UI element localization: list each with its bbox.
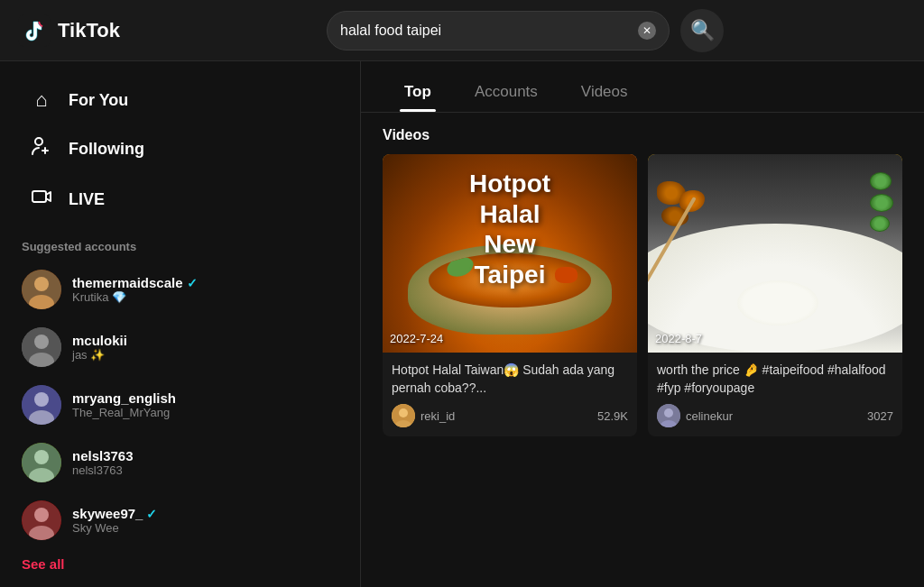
account-sub: Sky Wee bbox=[72, 521, 338, 535]
account-info: nelsl3763 nelsl3763 bbox=[72, 448, 338, 477]
tab-top[interactable]: Top bbox=[383, 76, 453, 112]
video-description-1: Hotpot Halal Taiwan😱 Sudah ada yang pern… bbox=[392, 362, 628, 397]
account-name: themermaidscale ✓ bbox=[72, 275, 338, 290]
sidebar-item-label-live: LIVE bbox=[69, 190, 105, 209]
svg-point-4 bbox=[34, 277, 49, 291]
sidebar-item-label-following: Following bbox=[69, 140, 144, 159]
following-icon bbox=[29, 135, 54, 162]
suggested-account-5[interactable]: skywee97_ ✓ Sky Wee bbox=[0, 491, 360, 549]
verified-badge: ✓ bbox=[187, 276, 198, 290]
avatar bbox=[22, 500, 61, 540]
suggested-account-2[interactable]: mculokii jas ✨ bbox=[0, 318, 360, 376]
svg-point-13 bbox=[34, 450, 49, 464]
tab-videos[interactable]: Videos bbox=[559, 76, 650, 112]
account-sub: jas ✨ bbox=[72, 348, 338, 362]
fried-thumbnail bbox=[648, 154, 902, 353]
logo-text: TikTok bbox=[58, 19, 120, 42]
sidebar-item-following[interactable]: Following bbox=[7, 124, 353, 173]
avatar bbox=[22, 270, 61, 309]
search-input[interactable] bbox=[340, 23, 638, 39]
svg-point-10 bbox=[34, 392, 49, 407]
video-info-2: worth the price 🤌 #taipeifood #halalfood… bbox=[648, 353, 902, 436]
avatar bbox=[22, 443, 61, 482]
account-info: mryang_english The_Real_MrYang bbox=[72, 390, 338, 419]
video-author-1: reki_id bbox=[392, 404, 455, 427]
header: TikTok ✕ 🔍 bbox=[0, 0, 924, 61]
main-content: Top Accounts Videos Videos bbox=[361, 61, 924, 587]
account-info: themermaidscale ✓ Krutika 💎 bbox=[72, 275, 338, 304]
account-name: mculokii bbox=[72, 333, 338, 348]
account-sub: Krutika 💎 bbox=[72, 290, 338, 304]
home-icon: ⌂ bbox=[29, 88, 54, 112]
account-info: skywee97_ ✓ Sky Wee bbox=[72, 506, 338, 535]
account-name: skywee97_ ✓ bbox=[72, 506, 338, 521]
sidebar-item-live[interactable]: LIVE bbox=[7, 175, 353, 224]
section-title: Videos bbox=[361, 113, 924, 154]
avatar bbox=[22, 327, 61, 367]
video-meta-2: celinekur 3027 bbox=[657, 404, 893, 427]
suggested-account-4[interactable]: nelsl3763 nelsl3763 bbox=[0, 434, 360, 491]
body: ⌂ For You Following LIVE Sugges bbox=[0, 61, 924, 587]
search-icon: 🔍 bbox=[690, 19, 715, 42]
suggested-accounts-title: Suggested accounts bbox=[0, 225, 360, 261]
author-name-2: celinekur bbox=[686, 409, 733, 423]
video-card-1[interactable]: HotpotHalalNewTaipei 2022-7-24 Hotpot Ha… bbox=[383, 154, 637, 436]
hotpot-thumbnail: HotpotHalalNewTaipei bbox=[383, 154, 637, 353]
video-thumbnail-1: HotpotHalalNewTaipei 2022-7-24 bbox=[383, 154, 637, 353]
svg-point-7 bbox=[34, 335, 49, 349]
search-input-wrapper[interactable]: ✕ bbox=[327, 11, 670, 50]
avatar bbox=[22, 385, 61, 425]
account-sub: nelsl3763 bbox=[72, 463, 338, 477]
video-author-2: celinekur bbox=[657, 404, 733, 427]
clear-search-button[interactable]: ✕ bbox=[638, 22, 656, 40]
author-avatar-2 bbox=[657, 404, 680, 427]
suggested-account-3[interactable]: mryang_english The_Real_MrYang bbox=[0, 376, 360, 434]
account-sub: The_Real_MrYang bbox=[72, 406, 338, 419]
search-submit-button[interactable]: 🔍 bbox=[680, 9, 724, 52]
video-overlay-text: HotpotHalalNewTaipei bbox=[383, 169, 637, 289]
tiktok-logo-icon bbox=[18, 14, 51, 47]
search-bar: ✕ 🔍 bbox=[144, 9, 906, 52]
sidebar-item-for-you[interactable]: ⌂ For You bbox=[7, 78, 353, 123]
svg-point-1 bbox=[35, 138, 42, 145]
video-thumbnail-2: 2022-8-7 bbox=[648, 154, 902, 353]
sidebar-item-label-for-you: For You bbox=[69, 91, 128, 110]
video-views-2: 3027 bbox=[867, 409, 893, 423]
video-description-2: worth the price 🤌 #taipeifood #halalfood… bbox=[657, 362, 893, 397]
tabs: Top Accounts Videos bbox=[361, 61, 924, 113]
logo-area: TikTok bbox=[18, 14, 144, 47]
videos-grid: HotpotHalalNewTaipei 2022-7-24 Hotpot Ha… bbox=[361, 154, 924, 458]
svg-point-16 bbox=[34, 508, 49, 522]
live-icon bbox=[29, 186, 54, 213]
author-avatar-1 bbox=[392, 404, 415, 427]
see-all-button[interactable]: See all bbox=[0, 549, 360, 579]
svg-rect-2 bbox=[32, 191, 46, 202]
video-meta-1: reki_id 52.9K bbox=[392, 404, 628, 427]
video-date-1: 2022-7-24 bbox=[390, 332, 443, 345]
author-name-1: reki_id bbox=[420, 409, 455, 423]
account-info: mculokii jas ✨ bbox=[72, 333, 338, 362]
video-info-1: Hotpot Halal Taiwan😱 Sudah ada yang pern… bbox=[383, 353, 637, 436]
video-card-2[interactable]: 2022-8-7 worth the price 🤌 #taipeifood #… bbox=[648, 154, 902, 436]
video-date-2: 2022-8-7 bbox=[655, 332, 702, 345]
suggested-account-1[interactable]: themermaidscale ✓ Krutika 💎 bbox=[0, 261, 360, 318]
svg-point-19 bbox=[399, 408, 408, 417]
sidebar: ⌂ For You Following LIVE Sugges bbox=[0, 61, 361, 587]
video-views-1: 52.9K bbox=[597, 409, 628, 423]
account-name: nelsl3763 bbox=[72, 448, 338, 463]
account-name: mryang_english bbox=[72, 390, 338, 406]
svg-point-22 bbox=[664, 408, 673, 417]
tab-accounts[interactable]: Accounts bbox=[453, 76, 559, 112]
verified-badge: ✓ bbox=[146, 507, 157, 521]
